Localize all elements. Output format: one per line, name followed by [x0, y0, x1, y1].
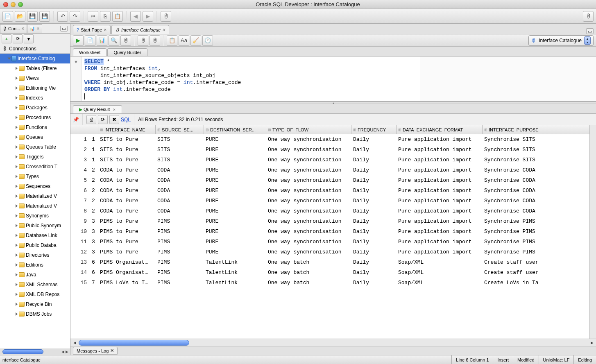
table-row[interactable]: 21SITS to PureSITSPUREOne way synchronis… — [70, 145, 589, 155]
tree-node[interactable]: XML DB Repos — [0, 289, 70, 299]
tree-node[interactable]: Editioning Vie — [0, 83, 70, 93]
undo-button[interactable]: ↶ — [57, 11, 68, 22]
tree-node[interactable]: Java — [0, 270, 70, 280]
tree-node[interactable]: Editions — [0, 260, 70, 270]
expand-icon[interactable] — [16, 194, 18, 198]
tree-node[interactable]: Crossedition T — [0, 162, 70, 172]
collapse-icon[interactable]: ▼ — [74, 59, 78, 64]
tab-interface-catalogue[interactable]: 🛢 Interface Catalogue ✕ — [111, 25, 169, 34]
close-icon[interactable]: ✕ — [113, 108, 116, 112]
sql-worksheet-button[interactable]: 🛢 — [161, 11, 171, 22]
tree-node[interactable]: Procedures — [0, 113, 70, 122]
expand-icon[interactable] — [16, 145, 18, 149]
expand-icon[interactable] — [16, 283, 18, 286]
expand-icon[interactable] — [16, 136, 18, 139]
tree-node[interactable]: Directories — [0, 250, 70, 260]
tab-worksheet[interactable]: Worksheet — [73, 48, 107, 56]
nav-fwd-button[interactable]: ▶ — [143, 11, 153, 22]
table-row[interactable]: 136PIMS Organisat…PIMSTalentLinkOne way … — [70, 257, 589, 267]
tree-node[interactable]: Public Synonym — [0, 221, 70, 231]
column-header[interactable]: ⊞TYPE_OF_FLOW — [266, 125, 351, 134]
minimize-panel-icon[interactable]: ▭ — [60, 26, 68, 32]
copy-button[interactable]: ⎘ — [100, 11, 111, 22]
expand-icon[interactable] — [16, 77, 18, 80]
expand-icon[interactable] — [16, 86, 18, 90]
tree-node[interactable]: Triggers — [0, 152, 70, 162]
column-menu-icon[interactable]: ⊞ — [157, 128, 161, 132]
stepper-icon[interactable]: ▲▼ — [584, 36, 591, 45]
expand-icon[interactable] — [16, 214, 18, 217]
tree-node[interactable]: Queues Table — [0, 142, 70, 152]
print-button[interactable]: 🖨 — [86, 115, 96, 124]
open-button[interactable]: 📂 — [15, 11, 25, 22]
tree-node[interactable]: Synonyms — [0, 211, 70, 221]
tree-node[interactable]: Database Link — [0, 231, 70, 240]
tree-node[interactable]: Queues — [0, 132, 70, 142]
expand-icon[interactable] — [16, 224, 18, 227]
run-script-button[interactable]: 📄 — [85, 35, 95, 46]
clear-button[interactable]: 🧹 — [190, 35, 201, 46]
delete-result-button[interactable]: ✖ — [109, 115, 119, 124]
cut-button[interactable]: ✂ — [88, 11, 98, 22]
sql-editor[interactable]: ▼ SELECT * FROM int_interfaces int, int_… — [70, 57, 596, 102]
expand-icon[interactable] — [8, 58, 11, 60]
sql-link[interactable]: SQL — [121, 117, 131, 122]
unshared-worksheet-button[interactable]: 📋 — [167, 35, 177, 46]
tree-node[interactable]: Recycle Bin — [0, 299, 70, 309]
tab-query-builder[interactable]: Query Builder — [107, 48, 147, 56]
tree-node[interactable]: XML Schemas — [0, 280, 70, 289]
connection-node[interactable]: Interface Catalog — [0, 54, 70, 63]
column-header[interactable]: ⊞INTERFACE_PURPOSE — [483, 125, 556, 134]
rollback-button[interactable]: 🛢 — [150, 35, 160, 46]
pin-icon[interactable]: 📌 — [73, 117, 79, 122]
expand-icon[interactable] — [16, 273, 18, 276]
tab-reports[interactable]: 📊 ✕ — [27, 24, 42, 33]
column-header[interactable]: ⊞SOURCE_SE... — [156, 125, 204, 134]
column-menu-icon[interactable]: ⊞ — [398, 128, 401, 132]
column-header[interactable]: ⊞DESTINATION_SER... — [204, 125, 266, 134]
expand-icon[interactable] — [16, 293, 18, 296]
expand-icon[interactable] — [16, 253, 18, 257]
scroll-left-icon[interactable]: ◀ — [72, 340, 77, 346]
connection-selector[interactable]: 🛢 Interface Catalogue ▲▼ — [528, 35, 594, 46]
filter-button[interactable]: ▼ — [24, 34, 34, 43]
table-row[interactable]: 31SITS to PureSITSPUREOne way synchronis… — [70, 155, 589, 165]
save-all-button[interactable]: 💾 — [39, 11, 50, 22]
refresh-result-button[interactable]: ⟳ — [98, 115, 108, 124]
explain-plan-button[interactable]: 📊 — [97, 35, 107, 46]
table-row[interactable]: 72CODA to PureCODAPUREOne way synchronis… — [70, 196, 589, 206]
tree-node[interactable]: Materialized V — [0, 201, 70, 211]
new-button[interactable]: 📄 — [2, 11, 13, 22]
column-header[interactable] — [90, 125, 98, 134]
table-row[interactable]: 52CODA to PureCODAPUREOne way synchronis… — [70, 175, 589, 185]
close-icon[interactable]: ✕ — [110, 348, 114, 353]
tree-node[interactable]: DBMS Jobs — [0, 309, 70, 319]
run-button[interactable]: ▶ — [73, 35, 84, 46]
scroll-right-icon[interactable]: ▶ — [589, 340, 595, 346]
column-menu-icon[interactable]: ⊞ — [353, 128, 356, 132]
expand-icon[interactable] — [16, 263, 18, 267]
column-header[interactable] — [70, 125, 90, 134]
commit-button[interactable]: 🛢 — [138, 35, 148, 46]
table-row[interactable]: 103PIMS to PurePIMSPUREOne way synchroni… — [70, 226, 589, 237]
expand-icon[interactable] — [16, 303, 18, 306]
save-button[interactable]: 💾 — [27, 11, 38, 22]
connections-root[interactable]: 🛢 Connections — [0, 44, 70, 53]
hscroll-thumb[interactable] — [79, 340, 189, 346]
expand-icon[interactable] — [16, 234, 18, 237]
close-window-icon[interactable] — [3, 2, 8, 7]
redo-button[interactable]: ↷ — [70, 11, 80, 22]
tree-node[interactable]: Materialized V — [0, 191, 70, 201]
sql-tuning-button[interactable]: 🛢 — [120, 35, 131, 46]
sql-text[interactable]: SELECT * FROM int_interfaces int, int_in… — [82, 57, 420, 101]
table-row[interactable]: 123PIMS to PurePIMSPUREOne way synchroni… — [70, 247, 589, 257]
table-row[interactable]: 146PIMS Organisat…PIMSTalentLinkOne way … — [70, 267, 589, 278]
table-row[interactable]: 11SITS to PureSITSPUREOne way synchronis… — [70, 134, 589, 145]
paste-button[interactable]: 📋 — [112, 11, 123, 22]
tree-node[interactable]: Packages — [0, 103, 70, 113]
expand-icon[interactable] — [16, 165, 18, 168]
table-row[interactable]: 157PIMS LoVs to T…PIMSTalentLinkOne way … — [70, 278, 589, 288]
tree-node[interactable]: Views — [0, 73, 70, 83]
tree-node[interactable]: Tables (Filtere — [0, 63, 70, 73]
expand-icon[interactable] — [16, 106, 18, 109]
